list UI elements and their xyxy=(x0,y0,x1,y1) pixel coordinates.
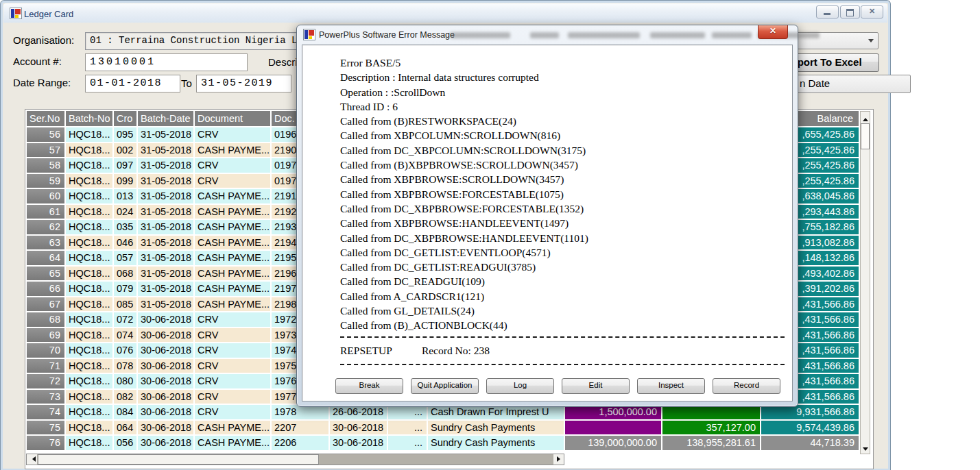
cell-batch_date[interactable]: 31-05-2018 xyxy=(138,205,193,219)
cell-balance[interactable]: 44,718.39 xyxy=(761,436,859,450)
cell-ser[interactable]: 61 xyxy=(27,205,64,219)
cell-credit[interactable]: 357,127.00 xyxy=(662,421,760,435)
cell-batch_date[interactable]: 30-06-2018 xyxy=(138,374,193,388)
cell-batch[interactable]: HQC18... xyxy=(66,405,112,419)
cell-ser[interactable]: 74 xyxy=(27,405,64,419)
cell-batch_date[interactable]: 31-05-2018 xyxy=(138,297,193,312)
horizontal-scroll-thumb[interactable] xyxy=(38,454,319,465)
cell-batch[interactable]: HQC18... xyxy=(66,297,112,312)
cell-batch_date[interactable]: 30-06-2018 xyxy=(138,343,193,358)
cell-document[interactable]: CRV xyxy=(195,374,270,388)
cell-document[interactable]: CRV xyxy=(195,343,270,358)
cell-batch_date[interactable]: 31-05-2018 xyxy=(138,158,193,173)
cell-ser[interactable]: 67 xyxy=(27,297,64,312)
cell-document[interactable]: CRV xyxy=(195,405,270,419)
column-header-ser[interactable]: Ser.No xyxy=(27,111,64,126)
cell-ser[interactable]: 70 xyxy=(27,343,64,358)
cell-batch_date[interactable]: 30-06-2018 xyxy=(138,328,193,343)
date-to-input[interactable]: 31-05-2019 xyxy=(196,75,291,92)
cell-document[interactable]: CASH PAYME... xyxy=(195,282,270,296)
cell-cro[interactable]: 046 xyxy=(114,236,136,250)
cell-balance[interactable]: 9,574,439.86 xyxy=(761,421,859,435)
cell-cro[interactable]: 080 xyxy=(114,374,136,388)
scroll-up-button[interactable] xyxy=(861,112,870,122)
cell-document[interactable]: CRV xyxy=(195,359,270,373)
cell-cro[interactable]: 076 xyxy=(114,343,136,358)
cell-ser[interactable]: 75 xyxy=(27,421,64,435)
cell-batch[interactable]: HQC18... xyxy=(66,343,112,358)
cell-dots[interactable]: ... xyxy=(388,421,427,435)
cell-ser[interactable]: 62 xyxy=(27,220,64,234)
cell-ser[interactable]: 58 xyxy=(27,158,64,173)
cell-batch[interactable]: HQC18... xyxy=(66,251,112,265)
cell-cro[interactable]: 095 xyxy=(114,127,136,142)
inspect-button[interactable]: Inspect xyxy=(637,378,705,394)
cell-document[interactable]: CRV xyxy=(195,312,270,327)
cell-batch[interactable]: HQC18... xyxy=(66,127,112,142)
cell-cro[interactable]: 085 xyxy=(114,297,136,312)
cell-cro[interactable]: 056 xyxy=(114,436,136,450)
cell-ser[interactable]: 57 xyxy=(27,143,64,158)
cell-doc_date[interactable]: 30-06-2018 xyxy=(330,436,387,450)
cell-document[interactable]: CASH PAYME... xyxy=(195,220,270,234)
cell-document[interactable]: CRV xyxy=(195,158,270,173)
cell-cro[interactable]: 068 xyxy=(114,267,136,281)
cell-batch_date[interactable]: 30-06-2018 xyxy=(138,436,193,450)
cell-cro[interactable]: 064 xyxy=(114,421,136,435)
horizontal-scrollbar[interactable] xyxy=(26,454,564,465)
close-window-button[interactable]: ✕ xyxy=(861,5,883,18)
cell-dots[interactable]: ... xyxy=(388,436,427,450)
cell-document[interactable]: CRV xyxy=(195,127,270,142)
cell-batch_date[interactable]: 31-05-2018 xyxy=(138,220,193,234)
account-input[interactable]: 13010001 xyxy=(85,53,248,71)
cell-document[interactable]: CASH PAYME... xyxy=(195,205,270,219)
column-header-batch[interactable]: Batch-No xyxy=(66,111,112,126)
column-header-document[interactable]: Document xyxy=(195,111,270,126)
cell-ser[interactable]: 68 xyxy=(27,312,64,327)
vertical-scroll-thumb[interactable] xyxy=(861,123,870,149)
edit-button[interactable]: Edit xyxy=(562,378,630,394)
scroll-left-button[interactable] xyxy=(27,454,37,465)
restore-button[interactable] xyxy=(840,5,860,18)
cell-batch_date[interactable]: 30-06-2018 xyxy=(138,359,193,373)
dialog-close-button[interactable]: ✕ xyxy=(758,25,788,39)
table-row[interactable]: 75HQC18...06430-06-2018CASH PAYME...2207… xyxy=(27,421,860,435)
cell-narration[interactable]: Sundry Cash Payments xyxy=(428,436,564,450)
cell-cro[interactable]: 057 xyxy=(114,251,136,265)
vertical-scrollbar[interactable] xyxy=(860,111,870,454)
log-button[interactable]: Log xyxy=(486,378,554,394)
cell-doc_no[interactable]: 1978 xyxy=(272,405,328,419)
organisation-combo[interactable]: 01 : Terraina Construction Nigeria Lim xyxy=(85,32,318,50)
cell-ser[interactable]: 66 xyxy=(27,282,64,296)
cell-cro[interactable]: 099 xyxy=(114,174,136,188)
cell-batch_date[interactable]: 31-05-2018 xyxy=(138,143,193,158)
cell-document[interactable]: CRV xyxy=(195,174,270,188)
cell-narration[interactable]: Cash Drawn For Imprest U xyxy=(428,405,564,419)
scroll-down-button[interactable] xyxy=(861,443,870,454)
minimize-button[interactable] xyxy=(816,5,839,18)
cell-doc_date[interactable]: 26-06-2018 xyxy=(330,405,387,419)
cell-ser[interactable]: 59 xyxy=(27,174,64,188)
cell-document[interactable]: CASH PAYME... xyxy=(195,251,270,265)
cell-cro[interactable]: 078 xyxy=(114,359,136,373)
cell-batch_date[interactable]: 31-05-2018 xyxy=(138,174,193,188)
cell-batch_date[interactable]: 31-05-2018 xyxy=(138,267,193,281)
cell-cro[interactable]: 097 xyxy=(114,158,136,173)
cell-credit[interactable] xyxy=(662,405,760,419)
cell-doc_date[interactable]: 30-06-2018 xyxy=(330,421,387,435)
cell-ser[interactable]: 69 xyxy=(27,328,64,343)
cell-cro[interactable]: 082 xyxy=(114,390,136,404)
cell-cro[interactable]: 084 xyxy=(114,405,136,419)
table-row[interactable]: 74HQC18...08430-06-2018CRV197826-06-2018… xyxy=(27,405,860,419)
cell-batch[interactable]: HQC18... xyxy=(66,328,112,343)
cell-debit[interactable] xyxy=(565,421,661,435)
cell-batch[interactable]: HQC18... xyxy=(66,236,112,250)
cell-batch_date[interactable]: 30-06-2018 xyxy=(138,312,193,327)
cell-doc_no[interactable]: 2207 xyxy=(272,421,328,435)
column-header-cro[interactable]: Cro xyxy=(114,111,136,126)
cell-doc_no[interactable]: 2206 xyxy=(272,436,328,450)
column-header-batch_date[interactable]: Batch-Date xyxy=(138,111,193,126)
cell-batch[interactable]: HQC18... xyxy=(66,143,112,158)
cell-ser[interactable]: 64 xyxy=(27,251,64,265)
cell-batch[interactable]: HQC18... xyxy=(66,174,112,188)
